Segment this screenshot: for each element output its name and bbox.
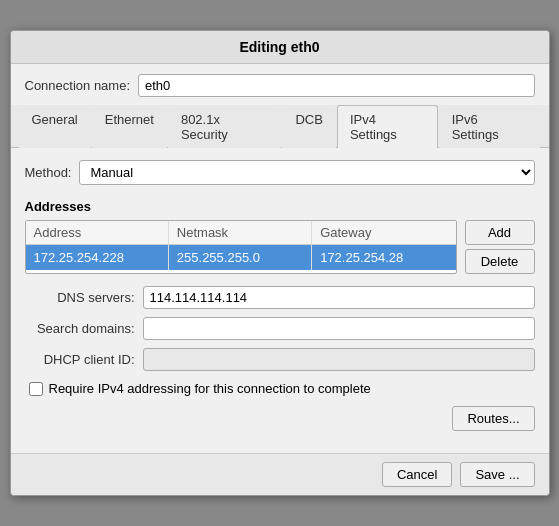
addresses-table: Address Netmask Gateway 172.25.254.228 2…: [25, 220, 457, 274]
addresses-title: Addresses: [25, 199, 535, 214]
dhcp-client-id-row: DHCP client ID:: [25, 348, 535, 371]
tab-ethernet[interactable]: Ethernet: [92, 105, 167, 148]
method-row: Method: Manual: [25, 160, 535, 185]
netmask-cell: 255.255.255.0: [169, 245, 312, 270]
require-ipv4-checkbox[interactable]: [29, 382, 43, 396]
tab-ipv6-settings[interactable]: IPv6 Settings: [439, 105, 540, 148]
add-button[interactable]: Add: [465, 220, 535, 245]
method-label: Method:: [25, 165, 72, 180]
addresses-section: Addresses Address Netmask Gateway 172.25…: [25, 199, 535, 274]
delete-button[interactable]: Delete: [465, 249, 535, 274]
bottom-bar: Cancel Save ...: [11, 453, 549, 495]
gateway-cell: 172.25.254.28: [312, 245, 455, 270]
dns-servers-label: DNS servers:: [25, 290, 135, 305]
dns-servers-row: DNS servers:: [25, 286, 535, 309]
table-row[interactable]: 172.25.254.228 255.255.255.0 172.25.254.…: [26, 245, 456, 270]
search-domains-label: Search domains:: [25, 321, 135, 336]
tab-general[interactable]: General: [19, 105, 91, 148]
address-column-header: Address: [26, 221, 169, 244]
tab-8021x-security[interactable]: 802.1x Security: [168, 105, 282, 148]
routes-button[interactable]: Routes...: [452, 406, 534, 431]
connection-name-label: Connection name:: [25, 78, 131, 93]
dns-servers-input[interactable]: [143, 286, 535, 309]
connection-name-row: Connection name:: [11, 64, 549, 105]
save-button[interactable]: Save ...: [460, 462, 534, 487]
editing-dialog: Editing eth0 Connection name: General Et…: [10, 30, 550, 496]
content-area: Method: Manual Addresses Address Netmask…: [11, 148, 549, 453]
netmask-column-header: Netmask: [169, 221, 312, 244]
table-buttons: Add Delete: [465, 220, 535, 274]
address-cell: 172.25.254.228: [26, 245, 169, 270]
cancel-button[interactable]: Cancel: [382, 462, 452, 487]
require-ipv4-label: Require IPv4 addressing for this connect…: [49, 381, 371, 396]
require-ipv4-row: Require IPv4 addressing for this connect…: [25, 381, 535, 396]
gateway-column-header: Gateway: [312, 221, 455, 244]
search-domains-row: Search domains:: [25, 317, 535, 340]
table-header: Address Netmask Gateway: [26, 221, 456, 245]
connection-name-input[interactable]: [138, 74, 534, 97]
dhcp-client-id-label: DHCP client ID:: [25, 352, 135, 367]
routes-row: Routes...: [25, 406, 535, 431]
addresses-container: Address Netmask Gateway 172.25.254.228 2…: [25, 220, 535, 274]
search-domains-input[interactable]: [143, 317, 535, 340]
method-select[interactable]: Manual: [79, 160, 534, 185]
dhcp-client-id-input[interactable]: [143, 348, 535, 371]
tab-dcb[interactable]: DCB: [282, 105, 335, 148]
tab-ipv4-settings[interactable]: IPv4 Settings: [337, 105, 438, 148]
tabs-bar: General Ethernet 802.1x Security DCB IPv…: [11, 105, 549, 148]
dialog-title: Editing eth0: [11, 31, 549, 64]
